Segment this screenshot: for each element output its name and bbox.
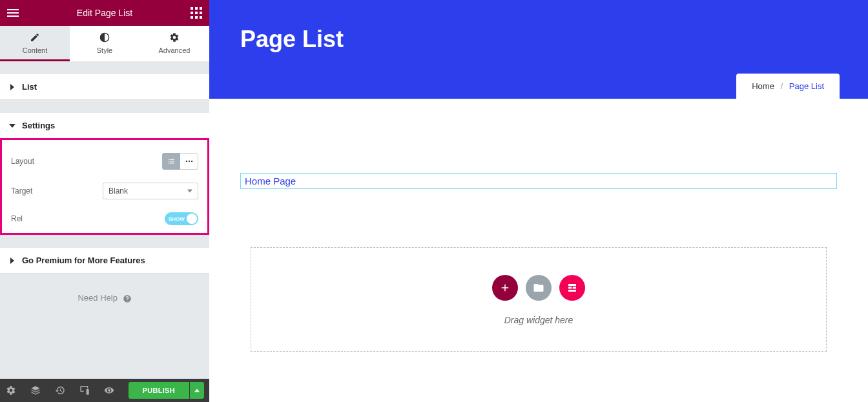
add-section-button[interactable]	[492, 275, 518, 301]
folder-icon	[533, 282, 544, 294]
section-settings-label: Settings	[22, 121, 55, 130]
need-help[interactable]: Need Help	[0, 274, 209, 323]
svg-rect-4	[195, 12, 198, 14]
publish-group: Publish	[129, 382, 204, 399]
caret-down-icon	[187, 188, 192, 194]
section-settings[interactable]: Settings	[0, 113, 209, 138]
add-kit-button[interactable]	[559, 275, 585, 301]
target-row: Target Blank	[11, 176, 198, 206]
dots-icon	[185, 157, 194, 166]
tab-content[interactable]: Content	[0, 26, 70, 61]
navigator-button[interactable]	[30, 385, 41, 396]
layout-row: Layout	[11, 146, 198, 176]
caret-right-icon	[9, 84, 16, 90]
caret-down-icon	[9, 123, 16, 129]
svg-point-10	[185, 161, 187, 162]
responsive-button[interactable]	[79, 385, 90, 396]
eye-icon	[104, 385, 114, 396]
panel-header: Edit Page List	[0, 0, 209, 26]
svg-rect-2	[200, 7, 202, 10]
caret-up-icon	[194, 388, 200, 393]
layout-list-option[interactable]	[162, 153, 180, 170]
panel-tabs: Content Style Advanced	[0, 26, 209, 61]
add-template-button[interactable]	[526, 275, 552, 301]
preview-button[interactable]	[103, 385, 115, 396]
section-premium-label: Go Premium for More Features	[22, 256, 145, 265]
pencil-icon	[30, 32, 40, 43]
layout-more-option[interactable]	[180, 153, 198, 170]
gear-icon	[6, 385, 16, 396]
tab-advanced-label: Advanced	[159, 46, 191, 54]
svg-rect-3	[191, 12, 193, 14]
publish-button[interactable]: Publish	[129, 382, 189, 399]
layout-choose	[162, 153, 198, 170]
svg-rect-0	[191, 7, 193, 10]
dropzone-label: Drag widget here	[251, 315, 826, 325]
widgets-grid-icon[interactable]	[189, 5, 204, 21]
publish-options-button[interactable]	[190, 382, 204, 399]
spacer	[0, 100, 209, 113]
help-icon	[123, 294, 132, 303]
switch-knob	[187, 214, 197, 224]
settings-button[interactable]	[5, 385, 17, 396]
history-button[interactable]	[54, 385, 66, 396]
plus-icon	[499, 282, 511, 294]
rel-row: Rel SHOW	[11, 206, 198, 225]
spacer	[0, 61, 209, 74]
dropzone-buttons	[251, 275, 826, 301]
menu-icon[interactable]	[5, 5, 21, 21]
content-area: Home Page Drag widget here	[209, 99, 868, 377]
section-premium[interactable]: Go Premium for More Features	[0, 248, 209, 274]
breadcrumb-home[interactable]: Home	[752, 81, 774, 91]
breadcrumb: Home / Page List	[736, 74, 840, 99]
spacer	[0, 235, 209, 248]
list-icon	[167, 157, 176, 166]
settings-body: Layout Target Blank Rel	[0, 138, 209, 235]
target-select-value: Blank	[108, 186, 128, 196]
tab-style[interactable]: Style	[70, 26, 140, 61]
breadcrumb-separator: /	[781, 81, 783, 91]
rel-switch[interactable]: SHOW	[165, 212, 198, 225]
tab-advanced[interactable]: Advanced	[140, 26, 209, 61]
breadcrumb-current: Page List	[789, 81, 824, 91]
panel-title: Edit Page List	[0, 8, 209, 18]
svg-rect-5	[200, 12, 202, 14]
svg-rect-1	[195, 7, 198, 10]
svg-point-11	[188, 161, 189, 162]
kit-icon	[566, 282, 578, 294]
tab-style-label: Style	[97, 46, 112, 54]
hero-banner: Page List Home / Page List	[209, 0, 868, 99]
gear-icon	[169, 32, 180, 43]
editor-panel: Edit Page List Content Style Advanced Li…	[0, 0, 209, 402]
page-list-widget[interactable]: Home Page	[240, 173, 837, 189]
page-list-item[interactable]: Home Page	[245, 176, 296, 186]
preview-area: Page List Home / Page List Home Page	[209, 0, 868, 402]
svg-point-12	[191, 161, 192, 162]
section-list[interactable]: List	[0, 74, 209, 100]
contrast-icon	[99, 32, 110, 43]
rel-label: Rel	[11, 214, 23, 223]
responsive-icon	[79, 385, 90, 396]
rel-switch-label: SHOW	[169, 216, 185, 222]
svg-rect-7	[195, 16, 198, 19]
panel-footer: Publish	[0, 379, 209, 402]
target-select[interactable]: Blank	[103, 183, 198, 199]
target-label: Target	[11, 186, 32, 196]
caret-right-icon	[9, 257, 16, 264]
layout-label: Layout	[11, 157, 34, 166]
history-icon	[55, 385, 65, 396]
svg-rect-6	[191, 16, 193, 19]
panel-body: List Settings Layout Target	[0, 61, 209, 379]
hero-title: Page List	[240, 26, 344, 53]
tab-content-label: Content	[23, 46, 48, 54]
svg-rect-8	[200, 16, 202, 19]
section-list-label: List	[22, 82, 37, 92]
need-help-label: Need Help	[78, 293, 117, 303]
dropzone[interactable]: Drag widget here	[251, 247, 827, 352]
layers-icon	[30, 385, 41, 396]
